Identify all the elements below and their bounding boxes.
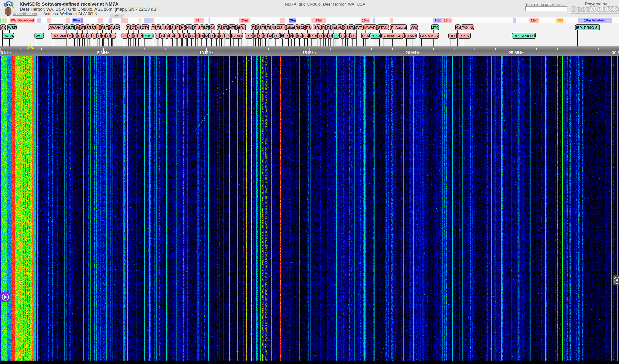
- station-label[interactable]: MW: [204, 33, 209, 39]
- station-label[interactable]: 4-p: [184, 33, 189, 39]
- station-label[interactable]: ST.: [263, 33, 268, 39]
- frequency-scale[interactable]: 0 kHz5 MHz10 MHz15 MHz20 MHz25 MHz30 MHz: [0, 46, 619, 56]
- station-label[interactable]: R. A: [315, 25, 321, 30]
- station-label[interactable]: CW: [131, 25, 136, 30]
- band-segment[interactable]: [151, 18, 154, 23]
- station-label[interactable]: STA: [85, 25, 90, 30]
- station-label[interactable]: SIT: [169, 33, 174, 39]
- station-label[interactable]: FSI: [174, 33, 179, 39]
- band-segment[interactable]: 15m: [433, 18, 442, 23]
- station-label[interactable]: LIN: [95, 25, 100, 30]
- station-label[interactable]: MW: [271, 25, 276, 30]
- station-label[interactable]: R. V: [77, 33, 82, 39]
- station-label[interactable]: VMW: [337, 25, 343, 30]
- station-label[interactable]: 97: [236, 25, 239, 30]
- station-label[interactable]: PSI: [179, 33, 184, 39]
- band-segment[interactable]: [280, 18, 285, 23]
- band-segment[interactable]: MW Broadcast: [10, 18, 35, 23]
- waterfall[interactable]: [0, 56, 619, 364]
- station-label[interactable]: LIN: [161, 25, 166, 30]
- station-label[interactable]: MW: [68, 33, 72, 39]
- band-segment[interactable]: [47, 18, 51, 23]
- station-label[interactable]: 9VF FA: [354, 25, 363, 30]
- station-label[interactable]: CW: [82, 33, 87, 39]
- station-label[interactable]: FSI: [97, 33, 101, 39]
- station-label[interactable]: FSK: [225, 33, 231, 39]
- station-label[interactable]: RIS: [165, 33, 169, 39]
- band-segment[interactable]: 16m: [361, 18, 370, 23]
- band-segment[interactable]: 11m: [529, 18, 539, 23]
- bluebison-link[interactable]: © bluebison.net: [13, 12, 37, 16]
- station-label[interactable]: FSK: [305, 25, 311, 30]
- station-label[interactable]: GPS: [333, 33, 340, 39]
- station-label[interactable]: ?st: [122, 33, 128, 39]
- band-segment[interactable]: 25m: [239, 18, 250, 23]
- band-segment[interactable]: ISM: [556, 18, 563, 23]
- station-label[interactable]: s: [313, 25, 315, 30]
- station-label[interactable]: STA: [345, 33, 350, 39]
- station-label[interactable]: FSK: [209, 33, 214, 39]
- station-label[interactable]: FS: [126, 25, 131, 30]
- station-label[interactable]: FSI: [328, 33, 333, 39]
- station-label[interactable]: WSPR: [7, 25, 17, 30]
- band-segment[interactable]: [121, 18, 128, 23]
- station-label[interactable]: CHU: [299, 25, 305, 30]
- station-label[interactable]: STA: [80, 25, 85, 30]
- station-label[interactable]: FSK: [110, 33, 116, 39]
- station-label[interactable]: CW: [114, 25, 120, 30]
- band-segment[interactable]: [66, 18, 70, 23]
- map-link[interactable]: map: [116, 7, 125, 12]
- station-label[interactable]: VO: [136, 25, 141, 30]
- station-label[interactable]: XSC: [268, 33, 273, 39]
- band-segment[interactable]: [98, 18, 103, 23]
- station-label[interactable]: LW 243: [2, 33, 14, 39]
- station-label[interactable]: iot: [280, 33, 284, 39]
- station-label[interactable]: STA: [90, 25, 95, 30]
- band-segment[interactable]: [81, 18, 83, 23]
- station-label[interactable]: JT65: [431, 25, 439, 30]
- station-label[interactable]: STANAG: [404, 33, 417, 39]
- station-label[interactable]: FSI: [105, 25, 109, 30]
- station-label[interactable]: FSK: [189, 33, 195, 39]
- band-segment[interactable]: 80m: [72, 18, 81, 23]
- station-label[interactable]: WWVH / WV: [48, 25, 64, 30]
- station-label[interactable]: FSK: [326, 25, 331, 30]
- station-label[interactable]: FSI: [199, 25, 204, 30]
- station-label[interactable]: Squ: [75, 25, 80, 30]
- station-label[interactable]: ac: [289, 33, 292, 39]
- station-label[interactable]: FSK: [245, 33, 253, 39]
- station-label[interactable]: RD: [295, 25, 299, 30]
- station-label[interactable]: FSK: [284, 33, 289, 39]
- station-label[interactable]: FSK NRV: [458, 33, 471, 39]
- station-label[interactable]: WWV: [410, 25, 418, 30]
- station-label[interactable]: WSPR: [34, 33, 44, 39]
- station-label[interactable]: OTI: [106, 33, 110, 39]
- grid-link[interactable]: CN88lo: [77, 7, 92, 12]
- station-label[interactable]: CW: [455, 25, 461, 30]
- station-label[interactable]: CKN: [0, 25, 6, 30]
- band-segment[interactable]: 10m Amateur: [578, 18, 612, 23]
- station-label[interactable]: STAI: [222, 25, 228, 30]
- station-label[interactable]: 8-c: [253, 33, 258, 39]
- station-label[interactable]: HF: [133, 33, 138, 39]
- station-label[interactable]: FA: [100, 25, 105, 30]
- station-label[interactable]: HM01: [185, 25, 193, 30]
- station-link[interactable]: NM7A: [105, 1, 119, 7]
- station-label[interactable]: FSK: [350, 33, 357, 39]
- station-label[interactable]: freq: [331, 25, 337, 30]
- station-label[interactable]: FSK: [251, 25, 256, 30]
- station-label[interactable]: STA: [92, 33, 97, 39]
- station-label[interactable]: HFD: [180, 25, 185, 30]
- play-button[interactable]: [0, 292, 10, 302]
- station-label[interactable]: altern: [286, 25, 295, 30]
- expand-tab[interactable]: [110, 14, 124, 18]
- station-label[interactable]: XS: [343, 25, 348, 30]
- station-label[interactable]: HFDL: [228, 25, 236, 30]
- station-label[interactable]: FSK: [266, 25, 271, 30]
- station-label[interactable]: CIS-12: [276, 25, 286, 30]
- station-label[interactable]: VM: [166, 25, 170, 30]
- callsign-link[interactable]: NM7A: [285, 2, 296, 7]
- station-label[interactable]: FSK: [156, 25, 161, 30]
- band-segment[interactable]: [37, 18, 41, 23]
- station-label[interactable]: PSK31: [142, 33, 154, 39]
